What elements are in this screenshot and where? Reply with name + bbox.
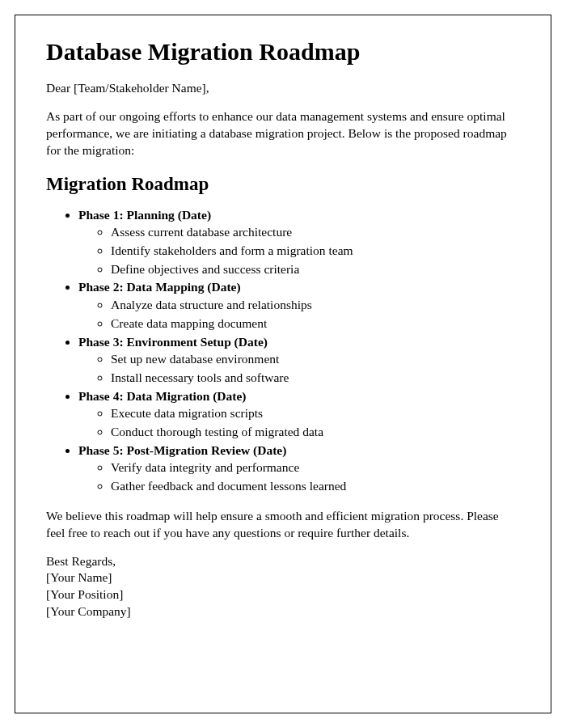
closing-paragraph: We believe this roadmap will help ensure…	[46, 508, 520, 542]
task-item: Verify data integrity and performance	[111, 459, 520, 476]
phase-item: Phase 3: Environment Setup (Date) Set up…	[78, 333, 520, 387]
task-item: Create data mapping document	[111, 315, 520, 332]
tasks-list: Execute data migration scripts Conduct t…	[78, 404, 520, 440]
signature-block: Best Regards, [Your Name] [Your Position…	[46, 553, 520, 621]
tasks-list: Set up new database environment Install …	[78, 350, 520, 386]
tasks-list: Analyze data structure and relationships…	[78, 296, 520, 332]
document-frame: Database Migration Roadmap Dear [Team/St…	[15, 15, 551, 713]
signature-regards: Best Regards,	[46, 553, 520, 570]
phase-item: Phase 2: Data Mapping (Date) Analyze dat…	[78, 278, 520, 332]
task-item: Gather feedback and document lessons lea…	[111, 477, 520, 495]
phase-title: Phase 5: Post-Migration Review (Date)	[78, 443, 286, 457]
document-title: Database Migration Roadmap	[46, 38, 520, 66]
task-item: Analyze data structure and relationships	[111, 296, 520, 314]
phase-title: Phase 2: Data Mapping (Date)	[78, 280, 241, 294]
task-item: Define objectives and success criteria	[111, 260, 520, 278]
signature-company: [Your Company]	[46, 603, 520, 620]
phase-item: Phase 5: Post-Migration Review (Date) Ve…	[78, 442, 520, 495]
phase-title: Phase 4: Data Migration (Date)	[78, 389, 246, 403]
phase-item: Phase 1: Planning (Date) Assess current …	[78, 206, 520, 278]
tasks-list: Verify data integrity and performance Ga…	[78, 459, 520, 494]
salutation: Dear [Team/Stakeholder Name],	[46, 80, 520, 97]
phase-title: Phase 3: Environment Setup (Date)	[78, 335, 268, 349]
phase-item: Phase 4: Data Migration (Date) Execute d…	[78, 387, 520, 441]
phases-list: Phase 1: Planning (Date) Assess current …	[46, 206, 520, 495]
section-heading: Migration Roadmap	[46, 174, 520, 195]
task-item: Identify stakeholders and form a migrati…	[111, 242, 520, 260]
phase-title: Phase 1: Planning (Date)	[78, 208, 211, 222]
task-item: Install necessary tools and software	[111, 369, 520, 387]
task-item: Assess current database architecture	[111, 223, 520, 241]
tasks-list: Assess current database architecture Ide…	[78, 223, 520, 277]
signature-name: [Your Name]	[46, 569, 520, 586]
task-item: Set up new database environment	[111, 350, 520, 368]
task-item: Execute data migration scripts	[111, 404, 520, 422]
intro-paragraph: As part of our ongoing efforts to enhanc…	[46, 108, 520, 159]
task-item: Conduct thorough testing of migrated dat…	[111, 423, 520, 441]
signature-position: [Your Position]	[46, 586, 520, 603]
